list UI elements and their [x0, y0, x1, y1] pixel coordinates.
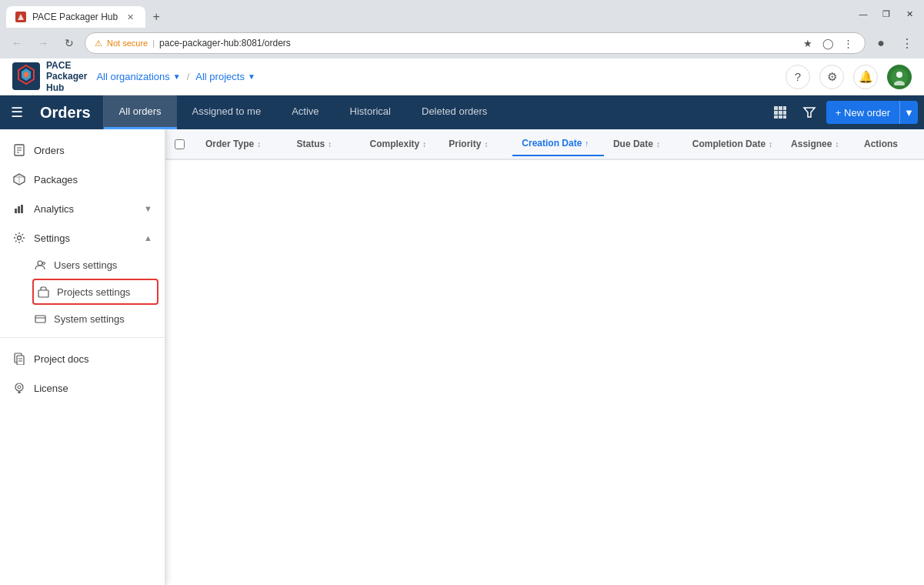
- hamburger-menu[interactable]: ☰: [0, 95, 34, 129]
- svg-rect-11: [774, 111, 778, 115]
- header-nav: All organizations ▼ / All projects ▼: [96, 71, 255, 82]
- packages-icon: [12, 172, 26, 186]
- analytics-icon: [12, 202, 26, 216]
- th-order-type[interactable]: Order Type ↕: [196, 132, 288, 155]
- svg-rect-27: [21, 205, 23, 213]
- sidebar-item-project-docs[interactable]: Project docs: [0, 344, 165, 373]
- bookmark-icon[interactable]: ★: [800, 35, 816, 51]
- maximize-button[interactable]: ❐: [878, 5, 895, 22]
- th-complexity[interactable]: Complexity ↕: [361, 132, 440, 155]
- th-checkbox[interactable]: [165, 133, 196, 155]
- address-bar-row: ← → ↻ ⚠ Not secure | pace-packager-hub:8…: [0, 28, 924, 58]
- sidebar-sub-projects-settings[interactable]: Projects settings: [32, 279, 158, 305]
- table-header: Order Type ↕ Status ↕ Complexity ↕ Prior…: [165, 129, 924, 160]
- sort-icon-assignee: ↕: [835, 140, 839, 149]
- tab-all-orders[interactable]: All orders: [104, 95, 177, 129]
- system-settings-icon: [34, 313, 46, 325]
- settings-arrow: ▲: [144, 233, 152, 242]
- analytics-arrow: ▼: [144, 204, 152, 213]
- svg-rect-16: [783, 115, 786, 119]
- view-toggle-button[interactable]: [768, 100, 792, 125]
- sidebar-item-settings[interactable]: Settings ▲: [0, 223, 165, 252]
- profile-icon[interactable]: ◯: [820, 35, 836, 51]
- th-assignee[interactable]: Assignee ↕: [782, 132, 855, 155]
- tab-historical[interactable]: Historical: [335, 95, 406, 129]
- url-display: pace-packager-hub:8081/orders: [159, 38, 291, 48]
- sort-icon-complexity: ↕: [422, 140, 426, 149]
- browser-titlebar: PACE Packager Hub ✕ + — ❐ ✕: [0, 0, 924, 28]
- th-priority[interactable]: Priority ↕: [439, 132, 512, 155]
- tab-assigned-to-me[interactable]: Assigned to me: [177, 95, 277, 129]
- filter-icon: [802, 105, 816, 119]
- logo-text: PACE Packager Hub: [46, 60, 87, 93]
- th-creation-date[interactable]: Creation Date ↑: [512, 132, 604, 156]
- sidebar-sub-users-settings[interactable]: Users settings: [34, 252, 165, 277]
- sidebar-item-license[interactable]: License: [0, 373, 165, 403]
- all-organizations-nav[interactable]: All organizations ▼: [96, 71, 180, 82]
- sort-icon-status: ↕: [328, 140, 332, 149]
- select-all-checkbox[interactable]: [175, 139, 185, 149]
- body-layout: Orders Packages: [0, 129, 924, 585]
- project-docs-icon: [12, 352, 26, 366]
- reload-button[interactable]: ↻: [58, 32, 80, 54]
- extensions-icon[interactable]: ●: [870, 32, 892, 54]
- svg-rect-35: [17, 356, 24, 365]
- svg-rect-32: [35, 316, 45, 323]
- address-bar[interactable]: ⚠ Not secure | pace-packager-hub:8081/or…: [85, 32, 866, 54]
- new-order-button[interactable]: + New order: [826, 101, 899, 124]
- tab-bar: PACE Packager Hub ✕ +: [6, 0, 852, 28]
- app-container: PACE Packager Hub All organizations ▼ / …: [0, 58, 924, 585]
- th-due-date[interactable]: Due Date ↕: [604, 132, 683, 155]
- address-bar-actions: ★ ◯ ⋮: [800, 35, 856, 51]
- all-projects-nav[interactable]: All projects ▼: [195, 71, 255, 82]
- help-button[interactable]: ?: [786, 65, 810, 89]
- svg-rect-15: [779, 115, 782, 119]
- settings-icon: [12, 231, 26, 245]
- svg-rect-9: [779, 106, 782, 110]
- settings-submenu: Users settings Projects settings: [0, 252, 165, 331]
- logo-svg: [12, 62, 40, 90]
- tab-deleted-orders[interactable]: Deleted orders: [406, 95, 502, 129]
- sort-icon-creation: ↑: [585, 139, 589, 148]
- sidebar-item-analytics[interactable]: Analytics ▼: [0, 194, 165, 223]
- sidebar-item-packages[interactable]: Packages: [0, 165, 165, 194]
- th-completion-date[interactable]: Completion Date ↕: [683, 132, 782, 155]
- sidebar-item-orders[interactable]: Orders: [0, 135, 165, 165]
- forward-button[interactable]: →: [32, 32, 54, 54]
- minimize-button[interactable]: —: [855, 5, 872, 22]
- back-button[interactable]: ←: [6, 32, 28, 54]
- favicon-icon: [15, 12, 26, 22]
- sort-icon-completion: ↕: [769, 140, 772, 149]
- nav-tabs: All orders Assigned to me Active Histori…: [104, 95, 503, 129]
- security-warning: ⚠: [95, 38, 102, 48]
- svg-rect-13: [783, 111, 786, 115]
- tab-close-icon[interactable]: ✕: [124, 11, 136, 23]
- avatar-button[interactable]: [887, 65, 912, 89]
- close-button[interactable]: ✕: [901, 5, 918, 22]
- sort-icon-priority: ↕: [484, 140, 488, 149]
- new-tab-button[interactable]: +: [145, 6, 167, 28]
- license-icon: [12, 381, 26, 395]
- nav-right-actions: + New order ▼: [762, 95, 924, 129]
- filter-button[interactable]: [797, 100, 822, 125]
- nav-separator: /: [187, 71, 190, 82]
- app-header: PACE Packager Hub All organizations ▼ / …: [0, 58, 924, 95]
- svg-point-41: [18, 386, 21, 389]
- notifications-button[interactable]: 🔔: [853, 65, 878, 89]
- menu-icon[interactable]: ⋮: [896, 32, 918, 54]
- svg-rect-8: [774, 106, 778, 110]
- browser-tab-active[interactable]: PACE Packager Hub ✕: [6, 6, 145, 28]
- new-order-dropdown-button[interactable]: ▼: [899, 101, 918, 124]
- security-label: Not secure: [107, 38, 148, 48]
- tab-title: PACE Packager Hub: [32, 12, 118, 22]
- browser-window: PACE Packager Hub ✕ + — ❐ ✕ ← → ↻ ⚠ Not …: [0, 0, 924, 585]
- svg-point-28: [18, 236, 22, 240]
- app-logo: PACE Packager Hub: [12, 60, 87, 93]
- sidebar-sub-system-settings[interactable]: System settings: [34, 306, 165, 331]
- sort-icon-order-type: ↕: [257, 140, 261, 149]
- more-icon[interactable]: ⋮: [840, 35, 856, 51]
- sidebar-divider: [0, 337, 165, 338]
- settings-button[interactable]: ⚙: [819, 65, 844, 89]
- th-status[interactable]: Status ↕: [288, 132, 361, 155]
- tab-active[interactable]: Active: [276, 95, 334, 129]
